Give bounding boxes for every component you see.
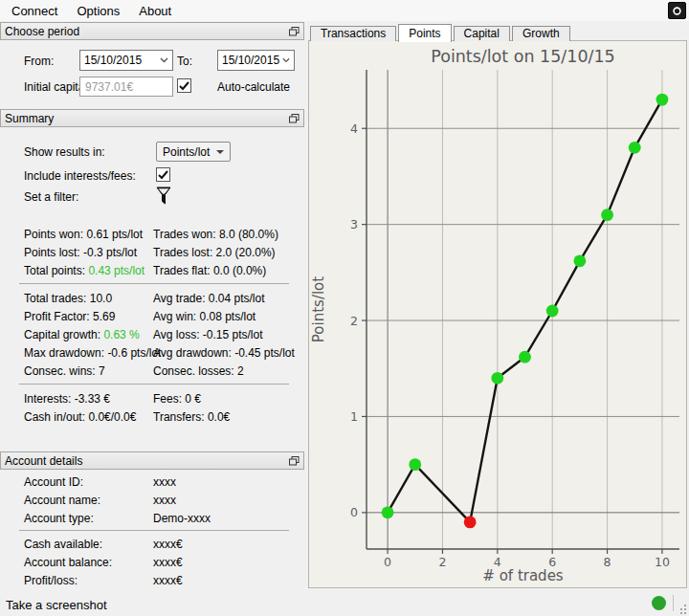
- x-tick-label: 2: [438, 555, 446, 569]
- account-row-label: Account type:: [24, 510, 153, 528]
- account-row: Account balance:xxxx€: [24, 554, 298, 572]
- to-date-select[interactable]: 15/10/2015: [217, 50, 295, 71]
- stat-cell: Capital growth: 0.63 %: [24, 326, 153, 344]
- stat-cell: Avg trade: 0.04 pts/lot: [153, 290, 298, 308]
- tab-points[interactable]: Points: [398, 24, 451, 42]
- x-axis-label: # of trades: [482, 567, 564, 584]
- account-row-label: Account balance:: [24, 554, 153, 572]
- data-point-green: [629, 142, 641, 154]
- x-tick-label: 8: [604, 555, 611, 569]
- account-balance-block: Cash available:xxxx€Account balance:xxxx…: [24, 536, 298, 590]
- account-row-value: xxxx: [153, 473, 176, 492]
- check-icon: [158, 170, 168, 180]
- stat-row: Points lost: -0.3 pts/lotTrades lost: 2.…: [24, 244, 298, 262]
- filter-icon[interactable]: [155, 186, 172, 207]
- stat-cell: Fees: 0 €: [153, 390, 298, 408]
- stat-cell: Consec. wins: 7: [24, 363, 153, 381]
- to-date-value: 15/10/2015: [222, 54, 279, 67]
- include-interests-checkbox[interactable]: [156, 167, 170, 182]
- data-point-green: [656, 94, 669, 106]
- menu-item-about[interactable]: About: [129, 2, 181, 20]
- y-tick-label: 3: [350, 217, 358, 231]
- account-row-value: xxxx: [153, 492, 176, 510]
- account-row: Account ID:xxxx: [24, 473, 298, 492]
- include-interests-label: Include interests/fees:: [24, 169, 136, 183]
- account-row-value: Demo-xxxx: [153, 510, 211, 528]
- data-point-red: [464, 516, 477, 528]
- account-info-block: Account ID:xxxxAccount name:xxxxAccount …: [24, 473, 298, 528]
- data-point-green: [491, 372, 503, 385]
- initial-capital-value: 9737.01€: [85, 80, 133, 94]
- show-results-value: Points/lot: [163, 145, 210, 159]
- data-point-green: [409, 458, 421, 471]
- screenshot-button[interactable]: [668, 2, 686, 19]
- initial-capital-input[interactable]: 9737.01€: [79, 77, 173, 97]
- stats-block-cash: Interests: -3.33 €Fees: 0 €Cash in/out: …: [24, 390, 298, 427]
- stat-cell: Interests: -3.33 €: [24, 390, 153, 408]
- series-line: [388, 99, 662, 522]
- show-results-select[interactable]: Points/lot: [156, 142, 231, 162]
- stat-row: Cash in/out: 0.0€/0.0€Transfers: 0.0€: [24, 408, 298, 427]
- status-text: Take a screenshot: [6, 598, 107, 612]
- stat-row: Interests: -3.33 €Fees: 0 €: [24, 390, 298, 408]
- stat-cell: Trades won: 8.0 (80.0%): [153, 226, 298, 244]
- account-row-label: Cash available:: [24, 536, 153, 554]
- show-results-label: Show results in:: [24, 145, 105, 159]
- stat-cell: Trades lost: 2.0 (20.0%): [153, 244, 298, 262]
- stat-row: Consec. wins: 7Consec. losses: 2: [24, 363, 298, 381]
- set-filter-label: Set a filter:: [24, 190, 78, 204]
- float-panel-icon[interactable]: [289, 456, 300, 466]
- account-row-label: Profit/loss:: [24, 572, 153, 590]
- float-panel-icon[interactable]: [289, 27, 300, 36]
- account-row-label: Account name:: [24, 492, 153, 510]
- stat-cell: Consec. losses: 2: [153, 363, 298, 381]
- x-tick-label: 0: [384, 555, 391, 569]
- x-tick-label: 10: [655, 555, 670, 569]
- data-point-green: [519, 351, 531, 363]
- y-tick-label: 0: [350, 505, 358, 519]
- resize-grip[interactable]: [678, 605, 687, 614]
- chart-tabs: TransactionsPointsCapitalGrowth: [310, 23, 572, 41]
- account-row-value: xxxx€: [153, 536, 183, 554]
- chevron-down-icon: [160, 57, 168, 63]
- account-row: Cash available:xxxx€: [24, 536, 298, 554]
- stats-block-trades: Total trades: 10.0Avg trade: 0.04 pts/lo…: [24, 290, 298, 381]
- stat-row: Profit Factor: 5.69Avg win: 0.08 pts/lot: [24, 308, 298, 326]
- stat-cell: Total trades: 10.0: [24, 290, 153, 308]
- y-axis-label: Points/lot: [310, 276, 327, 342]
- stat-row: Total points: 0.43 pts/lotTrades flat: 0…: [24, 262, 298, 280]
- stat-row: Capital growth: 0.63 %Avg loss: -0.15 pt…: [24, 326, 298, 344]
- stat-row: Total trades: 10.0Avg trade: 0.04 pts/lo…: [24, 290, 298, 308]
- tab-capital[interactable]: Capital: [454, 26, 510, 41]
- tab-growth[interactable]: Growth: [512, 26, 570, 41]
- tab-transactions[interactable]: Transactions: [310, 26, 396, 41]
- summary-title: Summary: [5, 112, 289, 125]
- menu-item-connect[interactable]: Connect: [2, 2, 67, 20]
- stat-cell: Max drawdown: -0.6 pts/lot: [24, 344, 153, 363]
- data-point-green: [573, 254, 586, 267]
- float-panel-icon[interactable]: [289, 114, 300, 123]
- account-row: Account name:xxxx: [24, 492, 298, 510]
- divider: [19, 384, 289, 385]
- stats-block-points: Points won: 0.61 pts/lotTrades won: 8.0 …: [24, 226, 298, 280]
- y-tick-label: 4: [350, 121, 358, 136]
- stat-cell: Avg win: 0.08 pts/lot: [153, 308, 298, 326]
- app-window: ConnectOptionsAbout Choose period From: …: [0, 0, 689, 616]
- divider: [19, 283, 289, 284]
- stat-cell: Points lost: -0.3 pts/lot: [24, 244, 153, 262]
- check-icon: [179, 81, 189, 91]
- menu-item-options[interactable]: Options: [67, 2, 129, 20]
- from-date-value: 15/10/2015: [84, 54, 157, 67]
- stat-cell: Profit Factor: 5.69: [24, 308, 153, 326]
- from-date-select[interactable]: 15/10/2015: [79, 50, 173, 71]
- choose-period-title: Choose period: [5, 25, 289, 38]
- stat-cell: Avg loss: -0.15 pts/lot: [153, 326, 298, 344]
- stat-cell: Total points: 0.43 pts/lot: [24, 262, 153, 280]
- to-label: To:: [177, 55, 192, 68]
- status-bar: Take a screenshot: [0, 593, 689, 616]
- stat-cell: Points won: 0.61 pts/lot: [24, 226, 153, 244]
- account-row-value: xxxx€: [153, 554, 183, 572]
- auto-calculate-checkbox[interactable]: [177, 78, 191, 93]
- chart-title: Points/lot on 15/10/15: [431, 47, 614, 66]
- menu-items: ConnectOptionsAbout: [0, 2, 181, 20]
